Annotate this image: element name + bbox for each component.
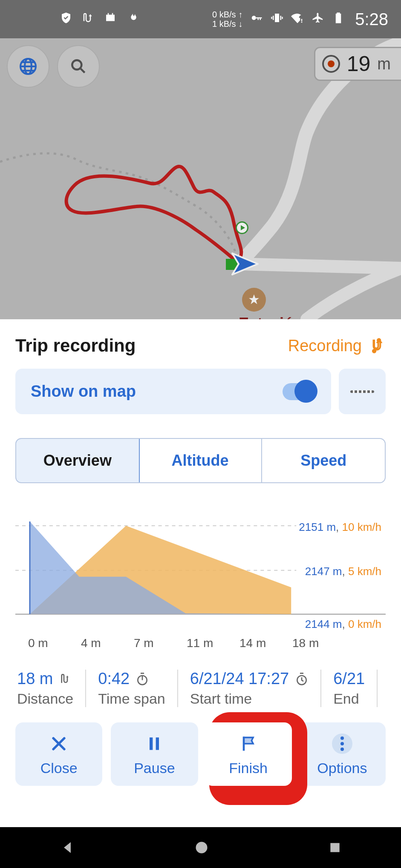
nav-home-button[interactable] (194, 840, 209, 855)
search-icon (69, 57, 88, 76)
show-on-map-toggle-card[interactable]: Show on map (15, 369, 331, 414)
scale-value: 19 (347, 52, 371, 76)
tab-speed[interactable]: Speed (262, 439, 385, 482)
svg-rect-15 (330, 843, 339, 852)
chart-tabs: Overview Altitude Speed (15, 438, 386, 483)
route-small-icon (59, 672, 72, 686)
clock-text: 5:28 (355, 10, 388, 29)
svg-point-3 (72, 60, 81, 69)
battery-icon (332, 11, 345, 27)
shield-check-icon (60, 11, 72, 27)
action-button-row: Close Pause Finish Options (15, 722, 386, 797)
stat-end-time: 6/21 End (321, 670, 378, 707)
stat-start-time: 6/21/24 17:27 Start time (178, 670, 321, 707)
close-button[interactable]: Close (15, 722, 102, 786)
airplane-icon (312, 11, 324, 27)
recording-status: Recording (288, 337, 386, 355)
vibrate-icon (271, 11, 283, 27)
panel-title: Trip recording (15, 335, 136, 356)
wifi-alert-icon (291, 11, 304, 27)
svg-point-4 (373, 350, 375, 352)
track-appearance-button[interactable] (339, 369, 386, 414)
pause-icon (145, 734, 164, 753)
timer-icon (136, 672, 149, 686)
poi-marker[interactable] (242, 288, 266, 312)
stat-timespan: 0:42 Time span (86, 670, 178, 707)
show-on-map-switch[interactable] (283, 383, 316, 400)
map-search-button[interactable] (57, 45, 100, 88)
nav-back-button[interactable] (59, 839, 75, 856)
tab-altitude[interactable]: Altitude (139, 439, 263, 482)
options-button[interactable]: Options (299, 722, 386, 786)
svg-rect-13 (156, 737, 159, 750)
overview-chart[interactable]: 2151 m, 10 km/h 2147 m, 5 km/h 2144 m, 0… (15, 513, 386, 636)
svg-point-5 (378, 339, 380, 341)
recording-icon (369, 338, 386, 354)
flame-icon (126, 11, 139, 27)
android-navbar (0, 827, 401, 868)
gridline-label-top: 2151 m, 10 km/h (299, 521, 381, 534)
gridline-label-mid: 2147 m, 5 km/h (305, 565, 381, 578)
chart-x-labels: 0 m 4 m 7 m 11 m 14 m 18 m (15, 636, 386, 650)
line-style-icon (350, 390, 374, 393)
trip-stats-row[interactable]: 18 m Distance 0:42 Time span 6/21/24 17:… (15, 670, 386, 707)
nav-recent-button[interactable] (328, 841, 342, 854)
trip-recording-panel: Trip recording Recording Show on map Ove… (0, 319, 401, 797)
gridline-label-bot: 2144 m, 0 km/h (305, 618, 381, 631)
svg-point-14 (196, 842, 208, 854)
map-layers-button[interactable] (7, 45, 49, 88)
svg-rect-12 (150, 737, 153, 750)
current-location-arrow[interactable] (226, 251, 260, 278)
star-icon (248, 293, 260, 306)
android-statusbar: 0 kB/s ↑ 1 kB/s ↓ 5:28 (0, 0, 401, 38)
track-start-marker[interactable] (236, 221, 248, 234)
more-vert-icon (332, 733, 352, 754)
map-canvas[interactable]: 19 m Estación biológica Yanavacu (0, 38, 401, 319)
svg-point-0 (252, 16, 256, 20)
poi-label: Estación biológica Yanavacu (215, 315, 326, 319)
show-on-map-label: Show on map (31, 382, 136, 401)
clock-icon (295, 672, 309, 686)
globe-icon (18, 56, 38, 77)
stat-distance: 18 m Distance (15, 670, 86, 707)
vpn-key-icon (250, 11, 263, 27)
finish-button[interactable]: Finish (205, 722, 292, 786)
network-speed: 0 kB/s ↑ 1 kB/s ↓ (212, 10, 242, 29)
route-icon (82, 11, 95, 27)
tab-overview[interactable]: Overview (15, 438, 140, 483)
map-scale-badge[interactable]: 19 m (314, 47, 401, 81)
pause-button[interactable]: Pause (111, 722, 198, 786)
finish-flag-icon (239, 734, 258, 753)
scale-unit: m (377, 55, 391, 73)
debug-icon (104, 11, 117, 27)
record-indicator-icon (322, 55, 340, 73)
close-icon (49, 734, 68, 753)
